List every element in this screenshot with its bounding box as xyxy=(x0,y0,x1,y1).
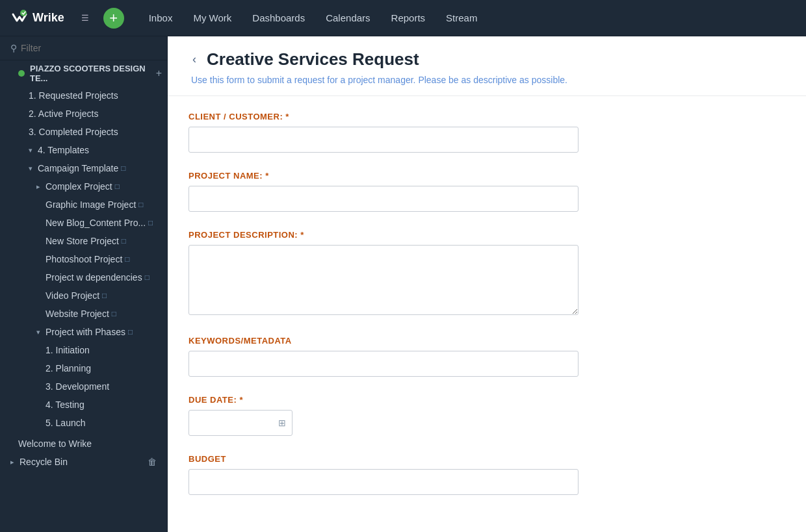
recycle-chevron: ▸ xyxy=(10,458,20,466)
sidebar-item-welcome-label: Welcome to Wrike xyxy=(18,438,92,449)
form-label-budget: BUDGET xyxy=(188,454,785,464)
logo: Wrike xyxy=(10,9,64,27)
sidebar-item-requested-label: 1. Requested Projects xyxy=(29,90,118,101)
blog-doc-icon: □ xyxy=(148,218,153,227)
sidebar-item-active[interactable]: 2. Active Projects xyxy=(0,105,167,123)
add-button[interactable]: + xyxy=(103,8,124,29)
back-button[interactable]: ‹ xyxy=(188,51,200,68)
sidebar-item-testing-label: 4. Testing xyxy=(46,399,84,410)
form-body: CLIENT / CUSTOMER: * PROJECT NAME: * PRO… xyxy=(168,96,806,529)
sidebar-item-welcome[interactable]: Welcome to Wrike xyxy=(0,435,167,453)
sidebar-item-campaign-label: Campaign Template xyxy=(38,163,118,173)
form-group-client: CLIENT / CUSTOMER: * xyxy=(188,112,785,153)
sidebar-item-website[interactable]: Website Project □ xyxy=(0,305,167,323)
form-group-due-date: DUE DATE: * ⊞ xyxy=(188,395,785,436)
nav-calendars[interactable]: Calendars xyxy=(317,7,379,29)
workspace-add-icon[interactable]: + xyxy=(156,68,162,79)
sidebar-item-launch-label: 5. Launch xyxy=(46,418,86,428)
sidebar-item-planning-label: 2. Planning xyxy=(46,363,91,374)
sidebar-item-deps[interactable]: Project w dependencies □ xyxy=(0,268,167,286)
website-doc-icon: □ xyxy=(112,309,116,318)
sidebar-item-planning[interactable]: 2. Planning xyxy=(0,359,167,377)
budget-input[interactable] xyxy=(188,469,578,495)
sidebar-item-complex-label: Complex Project xyxy=(46,181,112,192)
sidebar-item-graphic[interactable]: Graphic Image Project □ xyxy=(0,196,167,214)
due-date-input[interactable] xyxy=(188,410,292,436)
sidebar-item-development[interactable]: 3. Development xyxy=(0,377,167,396)
sidebar-item-launch[interactable]: 5. Launch xyxy=(0,414,167,432)
nav-dashboards[interactable]: Dashboards xyxy=(243,7,314,29)
store-doc-icon: □ xyxy=(122,236,126,246)
keywords-input[interactable] xyxy=(188,351,578,377)
project-desc-textarea[interactable] xyxy=(188,245,578,315)
sidebar-item-blog-label: New Blog_Content Pro... xyxy=(46,218,146,228)
sidebar-item-store-label: New Store Project xyxy=(46,236,119,246)
sidebar-item-recycle-label: Recycle Bin xyxy=(20,457,68,467)
nav-links: Inbox My Work Dashboards Calendars Repor… xyxy=(140,7,487,29)
templates-chevron: ▾ xyxy=(29,146,38,155)
form-header: ‹ Creative Services Request Use this for… xyxy=(168,36,806,96)
form-label-project-name: PROJECT NAME: * xyxy=(188,171,785,181)
form-title-row: ‹ Creative Services Request xyxy=(188,49,785,70)
sidebar-item-video-label: Video Project xyxy=(46,290,99,301)
sidebar-item-development-label: 3. Development xyxy=(46,381,109,392)
sidebar-filter-bar: ⚲ xyxy=(0,36,167,60)
campaign-chevron: ▾ xyxy=(29,164,38,173)
form-subtitle: Use this form to submit a request for a … xyxy=(188,75,785,85)
content-area: ‹ Creative Services Request Use this for… xyxy=(168,36,806,532)
form-label-project-desc: PROJECT DESCRIPTION: * xyxy=(188,230,785,240)
nav-stream[interactable]: Stream xyxy=(437,7,486,29)
sidebar-item-requested[interactable]: 1. Requested Projects xyxy=(0,86,167,105)
sidebar-item-campaign[interactable]: ▾ Campaign Template □ xyxy=(0,159,167,177)
client-input[interactable] xyxy=(188,127,578,153)
sidebar-item-completed[interactable]: 3. Completed Projects xyxy=(0,123,167,141)
sidebar-item-graphic-label: Graphic Image Project xyxy=(46,199,136,210)
form-group-project-name: PROJECT NAME: * xyxy=(188,171,785,212)
sidebar-item-website-label: Website Project xyxy=(46,309,109,319)
nav-inbox[interactable]: Inbox xyxy=(140,7,182,29)
campaign-doc-icon: □ xyxy=(121,164,125,173)
form-label-client: CLIENT / CUSTOMER: * xyxy=(188,112,785,121)
sidebar-item-phases[interactable]: ▾ Project with Phases □ xyxy=(0,323,167,341)
nav-my-work[interactable]: My Work xyxy=(184,7,240,29)
sidebar-item-photoshoot-label: Photoshoot Project xyxy=(46,254,122,264)
workspace-header[interactable]: PIAZZO SCOOTERS DESIGN TE... + xyxy=(0,60,167,86)
form-group-keywords: KEYWORDS/METADATA xyxy=(188,336,785,377)
form-group-budget: BUDGET xyxy=(188,454,785,495)
sidebar-item-blog[interactable]: New Blog_Content Pro... □ xyxy=(0,214,167,232)
sidebar-item-initiation-label: 1. Initiation xyxy=(46,345,90,355)
main-layout: ⚲ PIAZZO SCOOTERS DESIGN TE... + 1. Requ… xyxy=(0,36,806,532)
video-doc-icon: □ xyxy=(102,291,107,300)
topnav: Wrike ☰ + Inbox My Work Dashboards Calen… xyxy=(0,0,806,36)
logo-text: Wrike xyxy=(32,11,64,25)
workspace-dot xyxy=(18,70,25,77)
sidebar-item-templates-label: 4. Templates xyxy=(38,145,89,155)
project-name-input[interactable] xyxy=(188,186,578,212)
form-label-due-date: DUE DATE: * xyxy=(188,395,785,405)
form-title: Creative Services Request xyxy=(207,49,419,70)
graphic-doc-icon: □ xyxy=(138,200,143,209)
sidebar-item-deps-label: Project w dependencies xyxy=(46,272,142,283)
nav-reports[interactable]: Reports xyxy=(382,7,435,29)
deps-doc-icon: □ xyxy=(145,273,150,282)
sidebar-item-photoshoot[interactable]: Photoshoot Project □ xyxy=(0,250,167,268)
sidebar-item-active-label: 2. Active Projects xyxy=(29,108,98,119)
recycle-trash-icon: 🗑 xyxy=(148,457,157,467)
complex-chevron: ▸ xyxy=(36,183,46,191)
workspace-name: PIAZZO SCOOTERS DESIGN TE... xyxy=(30,64,156,83)
sidebar-item-testing[interactable]: 4. Testing xyxy=(0,396,167,414)
filter-input[interactable] xyxy=(21,43,157,53)
form-label-keywords: KEYWORDS/METADATA xyxy=(188,336,785,346)
sidebar-item-recycle[interactable]: ▸ Recycle Bin 🗑 xyxy=(0,453,167,471)
sidebar-item-templates[interactable]: ▾ 4. Templates xyxy=(0,141,167,159)
sidebar-item-store[interactable]: New Store Project □ xyxy=(0,232,167,250)
photoshoot-doc-icon: □ xyxy=(125,255,129,264)
sidebar-item-video[interactable]: Video Project □ xyxy=(0,286,167,305)
phases-doc-icon: □ xyxy=(128,327,133,336)
complex-doc-icon: □ xyxy=(115,182,120,191)
hamburger-button[interactable]: ☰ xyxy=(77,9,93,27)
svg-point-0 xyxy=(20,10,27,16)
sidebar-item-complex[interactable]: ▸ Complex Project □ xyxy=(0,177,167,196)
sidebar-item-completed-label: 3. Completed Projects xyxy=(29,127,118,137)
sidebar-item-initiation[interactable]: 1. Initiation xyxy=(0,341,167,359)
